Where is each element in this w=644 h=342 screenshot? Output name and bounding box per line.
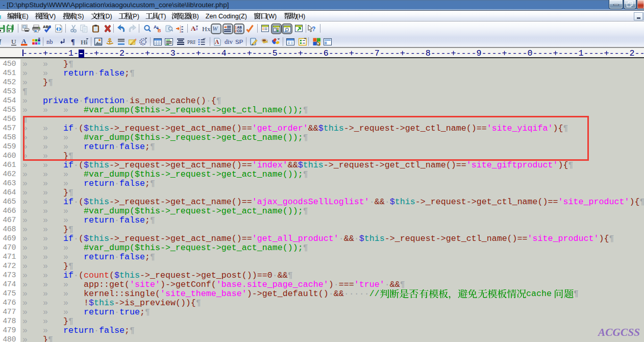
svg-text:C: C <box>141 39 144 44</box>
svg-text:A: A <box>215 39 219 45</box>
svg-text:I: I <box>0 38 2 46</box>
svg-text:?: ? <box>312 26 315 33</box>
svg-text:U: U <box>11 38 16 45</box>
svg-text:A: A <box>21 38 27 45</box>
svg-text:SP: SP <box>235 39 243 45</box>
svg-text:1: 1 <box>235 26 237 29</box>
svg-text:¶: ¶ <box>71 38 75 46</box>
svg-text:Hx: Hx <box>202 25 210 32</box>
svg-text:W: W <box>212 25 218 32</box>
svg-text:3: 3 <box>180 30 181 33</box>
svg-text:div: div <box>225 38 233 45</box>
svg-text:2: 2 <box>235 29 237 33</box>
svg-text:CD: CD <box>237 29 242 33</box>
svg-text:A: A <box>154 25 157 30</box>
svg-text:nb: nb <box>46 38 53 45</box>
svg-text:AB: AB <box>237 26 242 29</box>
svg-text:B: B <box>158 28 161 33</box>
svg-text:Hi: Hi <box>81 38 88 45</box>
svg-text:PRE: PRE <box>187 40 195 45</box>
